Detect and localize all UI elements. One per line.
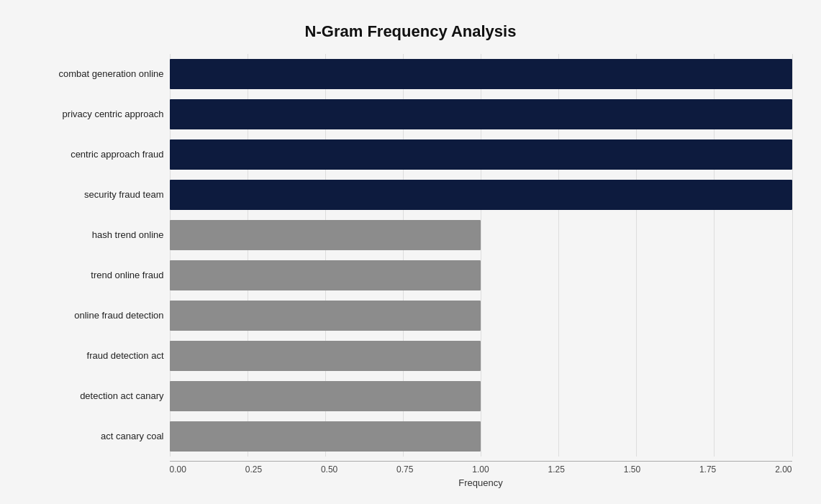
x-tick-label: 1.50 bbox=[624, 464, 640, 475]
bar-security-fraud-team bbox=[170, 180, 792, 210]
grid-and-bars bbox=[170, 54, 792, 457]
x-axis-label: Frequency bbox=[170, 477, 792, 488]
x-ticks: 0.000.250.500.751.001.251.501.752.00 bbox=[170, 464, 792, 475]
bar-online-fraud-detection bbox=[170, 301, 481, 331]
y-label: combat generation online bbox=[30, 69, 164, 78]
x-tick-label: 1.75 bbox=[699, 464, 716, 475]
bar-row bbox=[170, 295, 792, 336]
grid-line bbox=[792, 54, 793, 457]
bar-fraud-detection-act bbox=[170, 341, 481, 371]
y-label: trend online fraud bbox=[30, 270, 164, 280]
bar-hash-trend-online bbox=[170, 220, 481, 250]
bar-act-canary-coal bbox=[170, 421, 481, 452]
y-label: online fraud detection bbox=[30, 311, 164, 320]
x-tick-label: 0.50 bbox=[321, 464, 337, 475]
bar-privacy-centric-approach bbox=[170, 99, 792, 129]
x-axis: 0.000.250.500.751.001.251.501.752.00 Fre… bbox=[170, 457, 792, 488]
bar-centric-approach-fraud bbox=[170, 139, 792, 170]
bar-combat-generation-online bbox=[170, 59, 792, 89]
chart-title: N-Gram Frequency Analysis bbox=[30, 22, 792, 41]
bar-row bbox=[170, 416, 792, 457]
x-tick-label: 2.00 bbox=[775, 464, 791, 475]
x-tick-label: 0.25 bbox=[245, 464, 262, 475]
y-label: detection act canary bbox=[30, 391, 164, 400]
bar-row bbox=[170, 94, 792, 134]
bar-row bbox=[170, 175, 792, 215]
bar-row bbox=[170, 215, 792, 255]
bar-row bbox=[170, 134, 792, 175]
x-tick-label: 0.75 bbox=[396, 464, 413, 475]
x-tick-label: 1.00 bbox=[472, 464, 489, 475]
y-label: fraud detection act bbox=[30, 351, 164, 360]
bar-trend-online-fraud bbox=[170, 260, 481, 290]
bar-detection-act-canary bbox=[170, 381, 481, 411]
chart-container: N-Gram Frequency Analysis combat generat… bbox=[15, 8, 807, 497]
bar-row bbox=[170, 336, 792, 376]
bar-row bbox=[170, 54, 792, 94]
bars-and-grid bbox=[170, 54, 792, 457]
x-tick-label: 0.00 bbox=[170, 464, 186, 475]
y-labels: combat generation onlineprivacy centric … bbox=[30, 54, 170, 457]
x-tick-label: 1.25 bbox=[548, 464, 565, 475]
x-axis-line bbox=[170, 461, 792, 462]
y-label: security fraud team bbox=[30, 190, 164, 199]
y-label: hash trend online bbox=[30, 230, 164, 239]
bar-row bbox=[170, 376, 792, 416]
chart-area: combat generation onlineprivacy centric … bbox=[30, 54, 792, 457]
y-label: privacy centric approach bbox=[30, 109, 164, 119]
bar-row bbox=[170, 255, 792, 295]
y-label: act canary coal bbox=[30, 431, 164, 441]
y-label: centric approach fraud bbox=[30, 150, 164, 159]
